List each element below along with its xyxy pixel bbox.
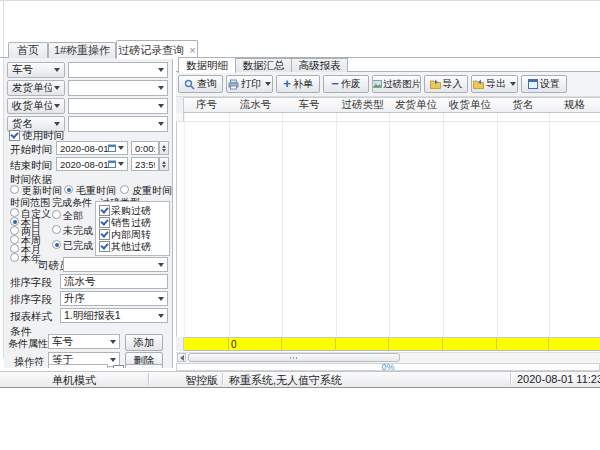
filter-value-combo-shipper[interactable] xyxy=(68,80,168,96)
column-header-goods[interactable]: 货名 xyxy=(497,97,549,113)
weigh-photo-button[interactable]: 过磅图片 xyxy=(372,75,421,93)
use-time-checkbox[interactable] xyxy=(9,130,20,141)
column-header-receiver[interactable]: 收货单位 xyxy=(443,97,497,113)
condition-value-label: 值 xyxy=(24,365,34,368)
summary-cell-goods xyxy=(497,337,549,351)
plus-icon: + xyxy=(283,79,291,89)
settings-button[interactable]: 设置 xyxy=(521,75,567,93)
horizontal-scrollbar-thumb[interactable] xyxy=(188,353,400,362)
start-date-picker[interactable]: 2020-08-01 xyxy=(56,141,128,155)
report-style-combo[interactable]: 1.明细报表1 xyxy=(60,308,168,323)
tab-data-summary[interactable]: 数据汇总 xyxy=(235,58,292,72)
checkbox-sales-weigh[interactable] xyxy=(99,217,110,228)
start-time-input[interactable]: 0:00:00 xyxy=(131,141,159,155)
summary-cell-spec xyxy=(549,337,600,351)
chevron-down-icon xyxy=(110,358,116,362)
column-header-vehicle[interactable]: 车号 xyxy=(282,97,336,113)
radio-gross-time[interactable] xyxy=(64,185,73,194)
spin-up-icon xyxy=(162,145,166,148)
main-tab-weighing-op[interactable]: 1#称重操作 xyxy=(48,42,116,58)
import-icon xyxy=(430,79,441,89)
filter-field-select-shipper[interactable]: 发货单位 xyxy=(7,80,65,96)
condition-extra-button[interactable] xyxy=(125,364,163,368)
sort-field-value: 流水号 xyxy=(64,275,164,289)
radio-range-custom[interactable] xyxy=(10,208,19,217)
radio-finish-complete[interactable] xyxy=(52,240,61,249)
grid-column-line xyxy=(497,113,498,337)
condition-value-input[interactable] xyxy=(48,364,108,368)
column-header-label: 收货单位 xyxy=(449,98,491,112)
radio-finish-all[interactable] xyxy=(52,210,61,219)
query-button[interactable]: 查询 xyxy=(178,75,223,93)
weigher-combo[interactable] xyxy=(63,257,168,272)
grid-column-line xyxy=(336,113,337,337)
end-time-value: 23:59:59 xyxy=(135,159,155,170)
chevron-down-icon xyxy=(158,263,164,267)
filter-field-select-receiver[interactable]: 收货单位 xyxy=(7,98,65,114)
query-button-label: 查询 xyxy=(197,77,217,91)
start-time-value: 0:00:00 xyxy=(135,143,155,154)
checkbox-purchase-weigh[interactable] xyxy=(99,205,110,216)
main-tab-home[interactable]: 首页 xyxy=(8,42,48,58)
radio-range-two-days[interactable] xyxy=(10,226,19,235)
radio-range-today[interactable] xyxy=(10,217,19,226)
supplement-button[interactable]: + 补单 xyxy=(276,75,320,93)
grid-body[interactable] xyxy=(176,113,600,337)
column-header-shipper[interactable]: 发货单位 xyxy=(389,97,443,113)
summary-flow-no-value: 0 xyxy=(231,339,237,350)
column-header-weigh-type[interactable]: 过磅类型 xyxy=(336,97,389,113)
report-style-value: 1.明细报表1 xyxy=(64,309,156,323)
chevron-down-icon xyxy=(158,86,164,90)
export-button[interactable]: 导出 xyxy=(471,75,518,93)
radio-finish-complete-label: 已完成 xyxy=(63,239,93,253)
end-time-input[interactable]: 23:59:59 xyxy=(131,157,159,171)
radio-finish-incomplete[interactable] xyxy=(52,225,61,234)
radio-tare-time[interactable] xyxy=(120,185,129,194)
tab-data-summary-label: 数据汇总 xyxy=(243,59,285,73)
filter-field-select-vehicle[interactable]: 车号 xyxy=(7,62,65,78)
checkbox-other-weigh-label: 其他过磅 xyxy=(111,240,151,254)
radio-finish-incomplete-label: 未完成 xyxy=(63,224,93,238)
grid-first-row-line xyxy=(176,121,600,122)
status-edition: 智控版 xyxy=(185,373,218,388)
filter-value-combo-goods[interactable] xyxy=(68,116,168,132)
void-button[interactable]: − 作废 xyxy=(323,75,369,93)
filter-value-combo-vehicle[interactable] xyxy=(68,62,168,78)
tab-data-detail[interactable]: 数据明细 xyxy=(178,57,236,73)
grid-column-line xyxy=(443,113,444,337)
start-time-spinner[interactable] xyxy=(159,141,169,155)
checkbox-other-weigh[interactable] xyxy=(99,241,110,252)
chevron-down-icon xyxy=(54,86,60,90)
scroll-left-arrow[interactable] xyxy=(177,353,186,362)
radio-update-time[interactable] xyxy=(10,185,19,194)
tab-advanced-report[interactable]: 高级报表 xyxy=(291,58,348,72)
status-divider xyxy=(510,373,511,385)
progress-bar: 0% xyxy=(176,363,600,371)
filter-field-label: 收货单位 xyxy=(12,99,52,113)
import-button[interactable]: 导入 xyxy=(424,75,468,93)
chevron-down-icon xyxy=(158,122,164,126)
column-header-seq[interactable]: 序号 xyxy=(184,97,229,113)
filter-value-combo-receiver[interactable] xyxy=(68,98,168,114)
radio-range-year[interactable] xyxy=(10,253,19,262)
checkbox-internal-transfer[interactable] xyxy=(99,229,110,240)
radio-range-month[interactable] xyxy=(10,244,19,253)
end-date-picker[interactable]: 2020-08-01 xyxy=(56,157,128,171)
filter-panel: 车号 发货单位 收货单位 货名 使用时间 开始时间 2020-08-01 0 xyxy=(4,58,173,368)
column-header-label: 序号 xyxy=(196,98,217,112)
radio-range-week[interactable] xyxy=(10,235,19,244)
column-header-flow-no[interactable]: 流水号 xyxy=(229,97,282,113)
column-header-spec[interactable]: 规格 xyxy=(549,97,600,113)
condition-value-checkbox[interactable] xyxy=(113,365,124,368)
print-button[interactable]: 打印 xyxy=(226,75,273,93)
close-icon[interactable]: × xyxy=(189,45,195,55)
add-condition-button[interactable]: 添加 xyxy=(125,334,163,351)
sort-field-input[interactable]: 流水号 xyxy=(60,274,168,289)
tab-advanced-report-label: 高级报表 xyxy=(299,59,341,73)
condition-attr-combo[interactable]: 车号 xyxy=(48,334,120,349)
grid-column-line xyxy=(229,113,230,337)
sort-order-combo[interactable]: 升序 xyxy=(60,291,168,306)
end-time-spinner[interactable] xyxy=(159,157,169,171)
spin-down-icon xyxy=(162,149,166,152)
sort-field-label: 排序字段 xyxy=(10,276,52,290)
